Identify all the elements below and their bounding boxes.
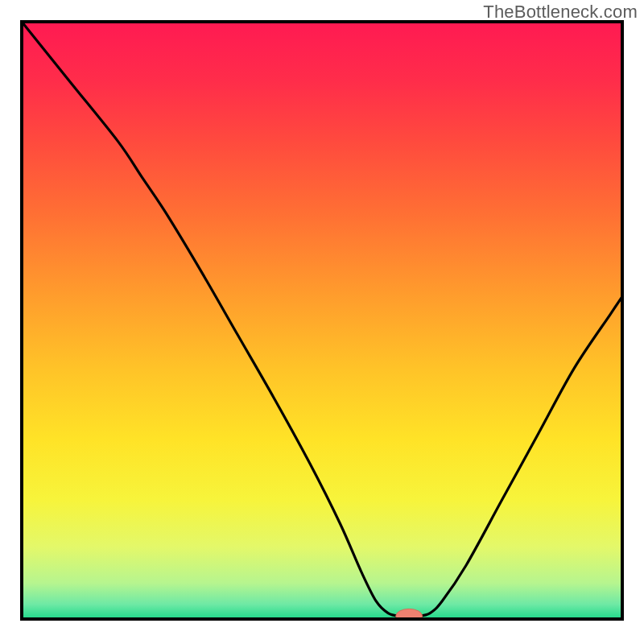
chart-container: TheBottleneck.com xyxy=(0,0,644,644)
plot-background-gradient xyxy=(22,22,622,619)
optimal-point-marker xyxy=(396,609,423,623)
bottleneck-chart xyxy=(0,0,644,644)
watermark-text: TheBottleneck.com xyxy=(483,2,638,23)
